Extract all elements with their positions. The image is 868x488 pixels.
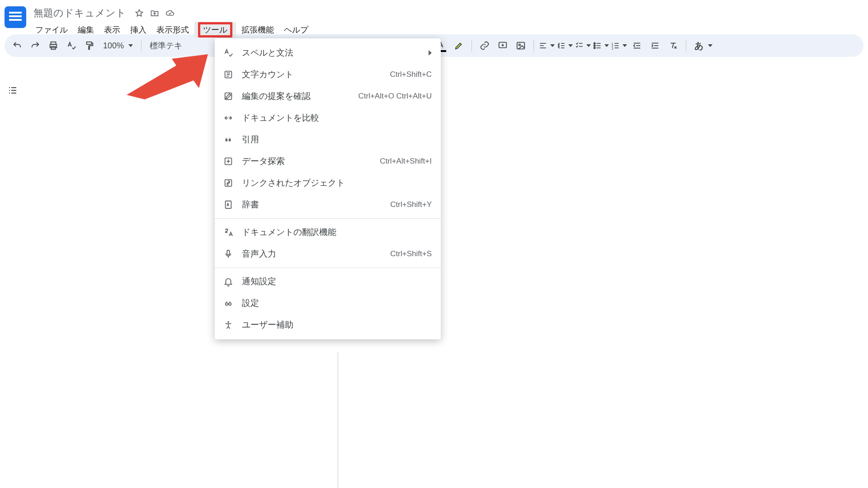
submenu-arrow-icon: [429, 50, 432, 56]
accessibility-icon: [223, 319, 234, 330]
spellcheck-icon: [223, 47, 234, 58]
menu-citation[interactable]: 引用: [215, 129, 441, 150]
menu-item-label: 編集の提案を確認: [242, 90, 359, 102]
menu-item-shortcut: Ctrl+Shift+S: [390, 249, 432, 258]
menu-separator: [215, 218, 441, 219]
dictionary-icon: [223, 199, 234, 210]
svg-point-7: [594, 42, 595, 44]
decrease-indent-button[interactable]: [629, 38, 645, 54]
menu-explore[interactable]: データ探索 Ctrl+Alt+Shift+I: [215, 150, 441, 172]
quote-icon: [223, 134, 234, 145]
menu-review-suggestions[interactable]: 編集の提案を確認 Ctrl+Alt+O Ctrl+Alt+U: [215, 85, 441, 107]
svg-point-19: [226, 303, 228, 305]
settings-icon: [223, 298, 234, 309]
styles-value: 標準テキ: [150, 40, 182, 51]
menu-item-label: ドキュメントの翻訳機能: [242, 226, 432, 238]
review-suggestions-icon: [223, 91, 234, 102]
translate-icon: [223, 227, 234, 238]
explore-icon: [223, 156, 234, 167]
svg-point-6: [519, 44, 520, 46]
menu-item-label: リンクされたオブジェクト: [242, 177, 432, 189]
clear-formatting-button[interactable]: [665, 38, 681, 54]
menu-help[interactable]: ヘルプ: [279, 22, 313, 38]
left-rail: [5, 82, 21, 99]
align-dropdown[interactable]: [538, 38, 555, 54]
menu-view[interactable]: 表示: [99, 22, 125, 38]
undo-button[interactable]: [9, 38, 25, 54]
menu-item-shortcut: Ctrl+Shift+Y: [390, 200, 432, 209]
svg-rect-18: [227, 250, 230, 255]
separator: [686, 40, 686, 52]
doc-title[interactable]: 無題のドキュメント: [31, 5, 129, 21]
svg-marker-22: [127, 54, 208, 99]
word-count-icon: [223, 69, 234, 80]
cloud-saved-icon[interactable]: [165, 8, 175, 18]
menu-notification-settings[interactable]: 通知設定: [215, 271, 441, 292]
menu-edit[interactable]: 編集: [73, 22, 99, 38]
menu-item-label: データ探索: [242, 155, 380, 167]
menu-extensions[interactable]: 拡張機能: [237, 22, 278, 38]
input-mode-dropdown[interactable]: あ: [691, 38, 716, 54]
separator: [472, 40, 472, 52]
menu-linked-objects[interactable]: リンクされたオブジェクト: [215, 172, 441, 194]
svg-rect-5: [517, 42, 525, 49]
add-comment-button[interactable]: [495, 38, 511, 54]
menu-item-shortcut: Ctrl+Alt+Shift+I: [380, 157, 432, 166]
tools-menu-dropdown: スペルと文法 文字カウント Ctrl+Shift+C 編集の提案を確認 Ctrl…: [215, 38, 441, 339]
redo-button[interactable]: [27, 38, 43, 54]
mic-icon: [223, 249, 234, 259]
svg-point-9: [594, 47, 595, 48]
checklist-dropdown[interactable]: [575, 38, 591, 54]
menu-tools-highlight: ツール: [198, 22, 232, 38]
menu-item-label: ユーザー補助: [242, 319, 432, 331]
menu-item-label: 引用: [242, 134, 432, 145]
spellcheck-button[interactable]: [63, 38, 80, 54]
menu-tools[interactable]: ツール: [194, 22, 236, 38]
zoom-value: 100%: [103, 41, 124, 51]
separator: [533, 40, 534, 52]
menu-item-label: 音声入力: [242, 248, 390, 260]
input-mode-value: あ: [694, 40, 703, 52]
menu-format[interactable]: 表示形式: [152, 22, 193, 38]
document-outline-button[interactable]: [5, 82, 21, 99]
menu-item-label: ドキュメントを比較: [242, 112, 432, 124]
menu-item-label: 設定: [242, 297, 432, 309]
bell-icon: [223, 276, 234, 287]
insert-image-button[interactable]: [513, 38, 529, 54]
menu-item-label: 文字カウント: [242, 69, 390, 80]
menu-file[interactable]: ファイル: [31, 22, 72, 38]
move-folder-icon[interactable]: [150, 8, 160, 18]
svg-rect-3: [87, 42, 92, 45]
paint-format-button[interactable]: [81, 38, 98, 54]
styles-dropdown[interactable]: 標準テキ: [146, 38, 186, 54]
menu-bar: ファイル 編集 表示 挿入 表示形式 ツール 拡張機能 ヘルプ: [31, 22, 313, 38]
menu-dictionary[interactable]: 辞書 Ctrl+Shift+Y: [215, 194, 441, 216]
menu-insert[interactable]: 挿入: [126, 22, 151, 38]
menu-accessibility[interactable]: ユーザー補助: [215, 314, 441, 336]
star-icon[interactable]: [134, 8, 144, 18]
increase-indent-button[interactable]: [647, 38, 663, 54]
print-button[interactable]: [45, 38, 61, 54]
doc-title-row: 無題のドキュメント: [31, 4, 313, 21]
menu-translate[interactable]: ドキュメントの翻訳機能: [215, 221, 441, 243]
svg-text:3: 3: [612, 47, 613, 50]
menu-compare-documents[interactable]: ドキュメントを比較: [215, 107, 441, 129]
menu-spelling-grammar[interactable]: スペルと文法: [215, 42, 441, 64]
page-left-edge: [338, 352, 338, 488]
zoom-dropdown[interactable]: 100%: [99, 38, 137, 54]
menu-separator: [215, 267, 441, 268]
menu-voice-typing[interactable]: 音声入力 Ctrl+Shift+S: [215, 243, 441, 265]
insert-link-button[interactable]: [476, 38, 493, 54]
highlight-color-button[interactable]: [451, 38, 467, 54]
svg-point-20: [229, 303, 231, 305]
docs-logo[interactable]: [5, 6, 26, 28]
line-spacing-dropdown[interactable]: [557, 38, 573, 54]
bulleted-list-dropdown[interactable]: [593, 38, 609, 54]
menu-preferences[interactable]: 設定: [215, 292, 441, 314]
linked-objects-icon: [223, 178, 234, 188]
compare-icon: [223, 113, 234, 123]
menu-item-shortcut: Ctrl+Shift+C: [390, 70, 432, 79]
menu-word-count[interactable]: 文字カウント Ctrl+Shift+C: [215, 64, 441, 85]
menu-item-shortcut: Ctrl+Alt+O Ctrl+Alt+U: [359, 92, 432, 101]
numbered-list-dropdown[interactable]: 123: [611, 38, 627, 54]
